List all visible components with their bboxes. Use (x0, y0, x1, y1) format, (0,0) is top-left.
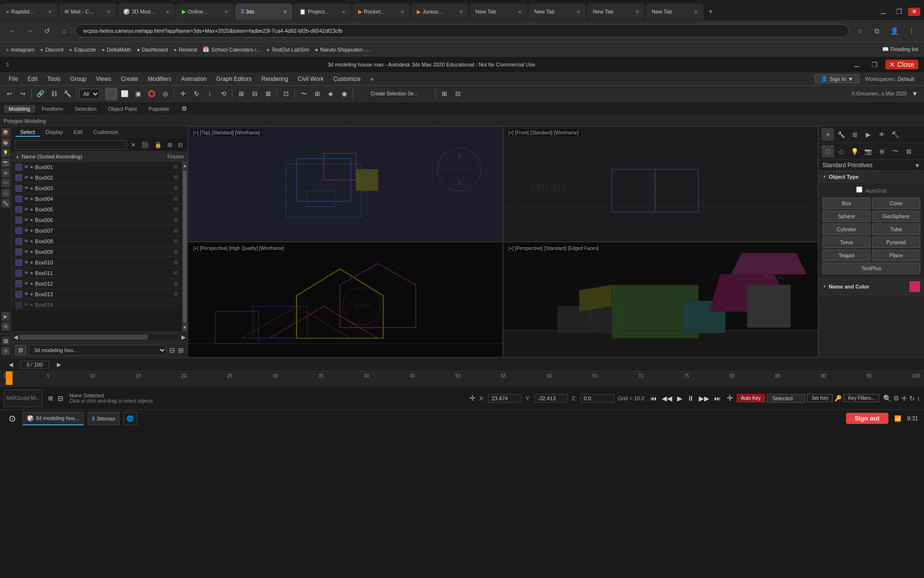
geometry-icon[interactable]: ⬡ (821, 145, 834, 158)
spacewarp-icon[interactable]: 〜 (1, 179, 10, 187)
prim-teapot-button[interactable]: Teapot (822, 250, 871, 261)
y-input[interactable] (534, 394, 568, 403)
key-filters-button[interactable]: Key Filters... (844, 394, 879, 402)
taskbar-app-3dmax2[interactable]: 3 3dsmax (88, 412, 120, 425)
autogrid-checkbox[interactable] (856, 186, 862, 193)
create-selection-button[interactable]: Create Selection Se... (356, 88, 433, 100)
named-selection-sets[interactable]: ⊞ (438, 88, 450, 100)
object-row-box003[interactable]: 👁 ● Box003 ⊞ (12, 183, 182, 194)
object-row-box006[interactable]: 👁 ● Box006 ⊞ (12, 215, 182, 225)
viewport-front-label[interactable]: [+] [Front] [Standard] [Wireframe] (506, 130, 580, 136)
layers-icon[interactable]: 📚 (1, 138, 10, 147)
object-row-box011[interactable]: 👁 ● Box011 ⊞ (12, 268, 182, 278)
spacewarp-icon2[interactable]: 〜 (889, 145, 901, 158)
object-row-box013[interactable]: 👁 ● Box013 ⊞ (12, 289, 182, 300)
key-mode-button[interactable]: 🔑 (834, 395, 842, 402)
prim-geosphere-button[interactable]: GeoSphere (872, 210, 920, 222)
bookmark-deltamath[interactable]: ● DeltaMath (102, 47, 131, 53)
mirror-button[interactable]: ⊟ (248, 88, 261, 100)
mode-selection[interactable]: Selection (70, 105, 101, 113)
object-type-header[interactable]: ▼ Object Type (819, 171, 924, 183)
timeline-bar[interactable] (6, 371, 918, 387)
transport-stop[interactable]: ⏸ (685, 394, 696, 403)
menu-modifiers[interactable]: Modifiers (143, 74, 176, 84)
bookmark-button[interactable]: ☆ (853, 24, 866, 38)
tab-rapidid[interactable]: ● RapidId... ✕ (0, 3, 58, 20)
menu-create[interactable]: Create (116, 74, 143, 84)
layer-btn1[interactable]: ⊟ (169, 346, 175, 354)
app-minimize-button[interactable]: ⚊ (850, 60, 864, 69)
scene-more-button[interactable]: ⊟ (176, 141, 185, 149)
link-button[interactable]: 🔗 (34, 88, 47, 100)
modify-icon[interactable]: 🔧 (835, 128, 847, 141)
tab-close[interactable]: ✕ (224, 9, 228, 14)
systems-icon[interactable]: ⊠ (902, 145, 915, 158)
viewport-perspective-std[interactable]: BACK [+] [Perspective] [Standard] [Edged… (503, 242, 818, 357)
layer-manager[interactable]: ⊡ (280, 88, 292, 100)
prim-torus-button[interactable]: Torus (822, 236, 871, 248)
z-input[interactable] (580, 394, 614, 403)
bookmark-discord[interactable]: ● Discord (40, 47, 64, 53)
tab-3dmod[interactable]: 🎲 3D Mod... ✕ (117, 3, 175, 20)
display-icon[interactable]: 👁 (875, 128, 888, 141)
prim-tube-button[interactable]: Tube (872, 223, 920, 235)
tab-close[interactable]: ✕ (283, 9, 287, 14)
mode-object-paint[interactable]: Object Paint (103, 105, 142, 113)
prim-pyramid-button[interactable]: Pyramid (872, 236, 920, 248)
tab-newtab4[interactable]: New Tab ✕ (646, 3, 704, 20)
tab-rocket[interactable]: ▶ Rocket... ✕ (352, 3, 410, 20)
timeline-ruler[interactable]: 0 5 10 15 20 25 30 35 40 45 50 55 60 65 … (0, 371, 924, 387)
tab-mail[interactable]: ✉ Mail - C... ✕ (59, 3, 116, 20)
helper-icon[interactable]: ⊕ (1, 169, 10, 177)
shape-icon[interactable]: ⬡ (1, 189, 10, 197)
tab-close[interactable]: ✕ (635, 9, 639, 14)
render-setup[interactable]: ◉ (338, 88, 350, 100)
object-row-box007[interactable]: 👁 ● Box007 ⊞ (12, 225, 182, 236)
rotate-button[interactable]: ↻ (190, 88, 203, 100)
play-icon[interactable]: ▶ (1, 312, 10, 321)
move-tool-button[interactable]: ✛ (901, 394, 907, 402)
tab-close[interactable]: ✕ (166, 9, 169, 14)
mode-more-button[interactable]: ⚙ (178, 103, 191, 115)
transport-prev-key[interactable]: ◀◀ (660, 394, 674, 403)
bookmark-testout[interactable]: ● TestOut LabSim (266, 47, 309, 53)
menu-group[interactable]: Group (65, 74, 91, 84)
tab-newtab3[interactable]: New Tab ✕ (587, 3, 645, 20)
maxscript-area[interactable]: MAXScript Mi... (4, 390, 42, 407)
object-row-box002[interactable]: 👁 ● Box002 ⊞ (12, 172, 182, 183)
scene-tab-select[interactable]: Select (15, 128, 40, 137)
maximize-button[interactable]: ❐ (892, 7, 906, 16)
viewport-top-label[interactable]: [+] [Top] [Standard] [Wireframe] (191, 130, 262, 136)
bookmark-dashboard[interactable]: ● Dashboard (137, 47, 167, 53)
scroll-left-button[interactable]: ◀ (13, 333, 18, 342)
timeline-position-marker[interactable] (6, 371, 13, 385)
menu-edit[interactable]: Edit (23, 74, 42, 84)
scene-filter-button[interactable]: ⬛ (140, 141, 151, 149)
prim-cone-button[interactable]: Cone (872, 197, 920, 209)
tab-close[interactable]: ✕ (694, 9, 698, 14)
scale-type[interactable]: ⟲ (217, 88, 230, 100)
new-tab-button[interactable]: + (705, 5, 717, 18)
tab-jurass[interactable]: ▶ Jurass... ✕ (411, 3, 469, 20)
transport-play[interactable]: ▶ (675, 394, 684, 403)
bookmark-naruto[interactable]: ● Naruto Shippuden -... (315, 47, 370, 53)
curve-editor[interactable]: 〜 (297, 88, 310, 100)
prim-sphere-button[interactable]: Sphere (822, 210, 871, 222)
address-input[interactable] (75, 24, 849, 38)
object-row-box009[interactable]: 👁 ● Box009 ⊞ (12, 247, 182, 257)
light-icon2[interactable]: 💡 (848, 145, 861, 158)
scale-button[interactable]: ↕ (204, 88, 216, 100)
sign-out-button[interactable]: Sign out (846, 413, 888, 424)
horizontal-scroll-thumb[interactable] (20, 335, 148, 340)
select-circle[interactable]: ⭕ (145, 88, 158, 100)
menu-rendering[interactable]: Rendering (257, 74, 293, 84)
bookmark-edpuzzle[interactable]: ● Edpuzzle (69, 47, 96, 53)
scene-tab-display[interactable]: Display (41, 128, 68, 137)
horizontal-scrollbar[interactable] (20, 335, 180, 340)
tab-close[interactable]: ✕ (459, 9, 463, 14)
material-editor[interactable]: ◈ (324, 88, 337, 100)
light-icon[interactable]: 💡 (1, 148, 10, 157)
move-button[interactable]: ✛ (177, 88, 189, 100)
selected-display[interactable]: Selected (767, 394, 805, 403)
prim-textplus-button[interactable]: TextPlus (822, 263, 920, 274)
